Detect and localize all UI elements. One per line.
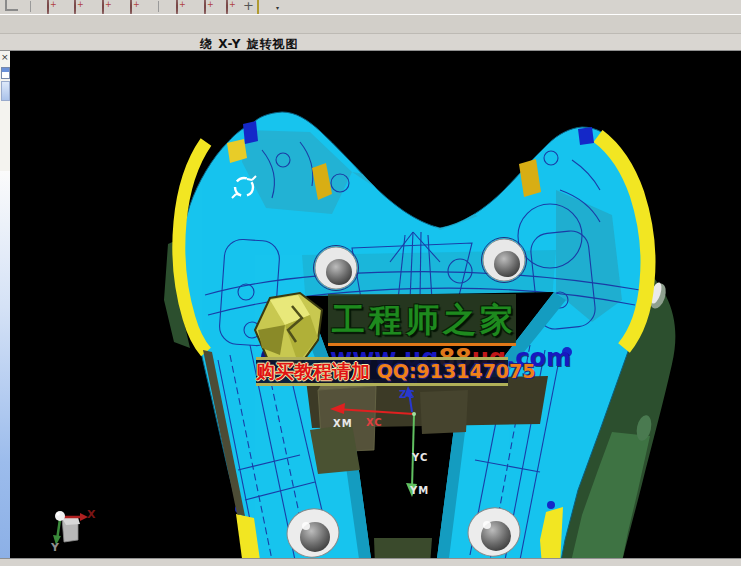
toolbar-spacer-band bbox=[0, 15, 741, 34]
circle-tool-icon[interactable] bbox=[130, 0, 132, 15]
close-icon[interactable]: × bbox=[1, 53, 9, 62]
circle-tool-icon[interactable] bbox=[176, 0, 178, 15]
watermark-title: 工程师之家 bbox=[332, 298, 517, 343]
axis-label-yc: YC bbox=[412, 452, 428, 463]
circle-tool-icon[interactable] bbox=[102, 0, 104, 15]
watermark-contact-banner: 购买教程请加 QQ:913147075 bbox=[256, 357, 508, 386]
nx-application-window: { "toolbar": { "icons": { "plus_glyph": … bbox=[0, 0, 741, 566]
circle-tool-icon[interactable] bbox=[74, 0, 76, 15]
axis-label-ym: YM bbox=[410, 485, 429, 496]
palette-icon[interactable] bbox=[1, 67, 10, 79]
window-bottom-edge bbox=[0, 558, 741, 566]
dropdown-arrow-icon[interactable]: ▾ bbox=[276, 5, 279, 11]
plus-icon[interactable]: + bbox=[243, 0, 254, 12]
history-panel-icon[interactable] bbox=[1, 81, 10, 101]
wcs-triad bbox=[53, 511, 88, 545]
corner-tool-icon[interactable] bbox=[5, 0, 18, 11]
axis-label-zc: ZC bbox=[399, 389, 416, 400]
circle-tool-icon[interactable] bbox=[47, 0, 49, 15]
graphics-window[interactable]: ZM ZC XM XC YC YM X Y 工程师之家 www.ug88ug.c… bbox=[10, 51, 741, 558]
watermark-contact-qq: QQ:913147075 bbox=[377, 360, 536, 382]
wcs-label-x: X bbox=[87, 508, 95, 521]
axis-label-xc: XC bbox=[366, 417, 383, 428]
pencil-icon[interactable] bbox=[257, 0, 259, 15]
sketch-toolbar: + ▾ bbox=[0, 0, 741, 15]
status-bar: 绕 X-Y 旋转视图 bbox=[0, 34, 741, 51]
circle-tool-icon[interactable] bbox=[204, 0, 206, 15]
circle-tool-icon[interactable] bbox=[226, 0, 228, 15]
wcs-label-y: Y bbox=[51, 541, 59, 554]
axis-label-xm: XM bbox=[333, 418, 353, 429]
watermark-contact-label: 购买教程请加 bbox=[256, 360, 377, 382]
toolbar-separator bbox=[30, 1, 31, 12]
toolbar-separator bbox=[158, 1, 159, 12]
resource-bar-strip bbox=[0, 171, 10, 558]
